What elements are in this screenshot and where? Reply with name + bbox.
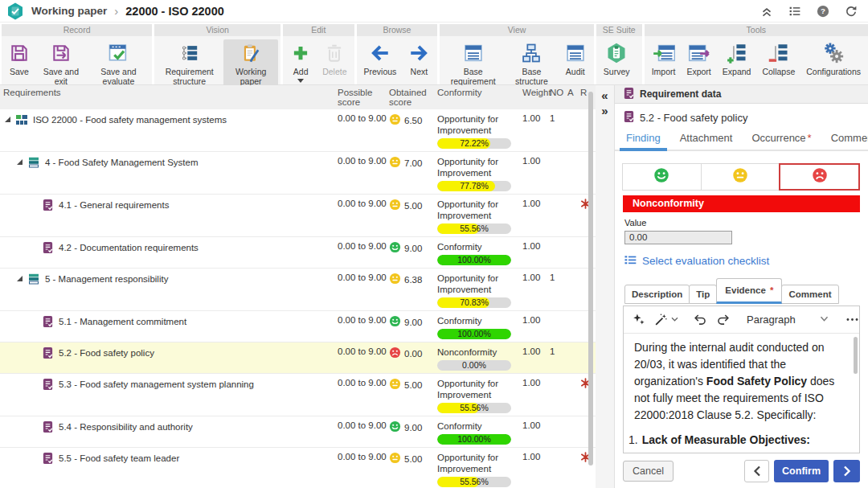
possible-score-cell: 0.00 to 9.00 <box>334 448 386 488</box>
table-row[interactable]: 4.2 - Documentation requirements0.00 to … <box>0 237 596 269</box>
save-button[interactable]: Save <box>4 39 35 78</box>
requirement-label: 5.2 - Food safety policy <box>59 347 154 359</box>
nonconformity-count-cell <box>547 416 564 448</box>
subtab-description[interactable]: Description <box>624 285 690 304</box>
audit-button[interactable]: Audit <box>559 39 592 78</box>
previous-button[interactable]: Previous <box>359 39 402 78</box>
refresh-icon[interactable] <box>844 4 858 18</box>
table-row[interactable]: 4.1 - General requirements0.00 to 9.005.… <box>0 195 596 237</box>
weight-cell: 1.00 <box>519 311 547 342</box>
save-and-exit-button[interactable]: Save and exit <box>36 39 86 88</box>
weight-cell: 1.00 <box>519 269 547 311</box>
table-row[interactable]: 5.1 - Management commitment0.00 to 9.009… <box>0 311 596 342</box>
nonconformity-count-cell: 1 <box>547 342 564 374</box>
collapse-panel-icon[interactable]: » <box>596 103 614 118</box>
table-row[interactable]: 5.4 - Responsibility and authority0.00 t… <box>0 416 596 448</box>
possible-score-cell: 0.00 to 9.00 <box>334 109 386 152</box>
table-row[interactable]: 5.2 - Food safety policy0.00 to 9.000.00… <box>0 342 596 374</box>
import-button[interactable]: Import <box>647 39 681 78</box>
editor-content[interactable]: During the internal audit conducted on 2… <box>624 334 859 452</box>
conformity-progress-bar: 70.83% <box>437 297 511 308</box>
possible-score-cell: 0.00 to 9.00 <box>334 311 386 342</box>
nonconformity-count-cell <box>547 374 564 416</box>
subtab-comment[interactable]: Comment <box>781 285 838 304</box>
editor-scrollbar-thumb[interactable] <box>854 337 858 374</box>
tab-comment[interactable]: Comment <box>831 132 868 150</box>
page-title: 22000 - ISO 22000 <box>125 5 224 18</box>
redo-icon[interactable] <box>715 312 731 327</box>
tab-attachment[interactable]: Attachment <box>680 132 733 150</box>
more-options-icon[interactable] <box>845 312 860 327</box>
ai-sparkles-icon[interactable] <box>631 312 646 327</box>
add-icon <box>290 42 311 64</box>
expander-icon[interactable] <box>17 276 23 281</box>
requirement-structure-button[interactable]: Requirement structure <box>157 39 222 88</box>
grid-scrollbar-thumb[interactable] <box>588 92 593 465</box>
app-logo-icon <box>6 2 24 20</box>
working-paper-icon <box>240 42 261 64</box>
undo-icon[interactable] <box>693 312 708 327</box>
action-cell <box>564 109 577 152</box>
doc-icon <box>42 347 54 359</box>
collapse-ribbon-icon[interactable] <box>760 4 774 18</box>
export-button[interactable]: Export <box>682 39 715 78</box>
conformity-progress-bar: 100.00% <box>437 329 511 339</box>
base-structure-button[interactable]: Base structure <box>506 39 558 88</box>
face-red-option[interactable] <box>779 163 860 191</box>
requirement-label: 5.1 - Management commitment <box>59 315 186 328</box>
base-req-icon <box>462 42 485 64</box>
help-icon[interactable]: ? <box>816 4 830 18</box>
delete-button[interactable]: Delete <box>317 39 351 78</box>
expander-icon[interactable] <box>5 117 10 122</box>
face-green-option[interactable] <box>622 163 702 191</box>
cancel-button[interactable]: Cancel <box>623 461 674 482</box>
table-row[interactable]: 5.3 - Food safety management system plan… <box>0 374 596 416</box>
value-input[interactable] <box>624 231 732 244</box>
panel-collapse-strip: « » <box>596 85 615 488</box>
add-button[interactable]: Add <box>285 39 316 84</box>
conformity-percent: 70.83% <box>437 297 511 308</box>
collapse-button[interactable]: Collapse <box>757 39 800 78</box>
requirement-label: 5.5 - Food safety team leader <box>59 452 179 465</box>
paragraph-style-dropdown[interactable]: Paragraph <box>745 314 830 326</box>
required-asterisk: * <box>768 285 774 295</box>
ribbon-group-label: Edit <box>283 24 354 36</box>
column-header-requirements: Requirements <box>0 85 334 109</box>
next-requirement-button[interactable] <box>833 460 860 482</box>
survey-button[interactable]: Survey <box>599 39 635 78</box>
breadcrumb-section[interactable]: Working paper <box>31 5 107 17</box>
possible-score-cell: 0.00 to 9.00 <box>334 195 386 237</box>
checklist-icon <box>624 254 637 269</box>
confirm-button[interactable]: Confirm <box>774 460 829 482</box>
expander-icon[interactable] <box>17 159 23 165</box>
face-red-icon <box>389 347 401 360</box>
chevron-right-icon <box>843 465 851 477</box>
table-row[interactable]: 5 - Management responsibility0.00 to 9.0… <box>0 269 596 311</box>
magic-wand-icon[interactable] <box>653 312 678 327</box>
face-yellow-option[interactable] <box>701 163 780 191</box>
previous-requirement-button[interactable] <box>744 460 769 482</box>
expand-icon <box>726 42 748 64</box>
conformity-cell: Conformity100.00% <box>434 311 519 342</box>
possible-score-cell: 0.00 to 9.00 <box>334 374 386 416</box>
subtab-tip[interactable]: Tip <box>689 285 717 304</box>
obtained-score-value: 6.38 <box>404 275 422 285</box>
conformity-percent: 100.00% <box>437 255 511 265</box>
working-paper-button[interactable]: Working paper <box>223 39 278 88</box>
tab-finding[interactable]: Finding <box>626 132 661 150</box>
select-evaluation-checklist-link[interactable]: Select evaluation checklist <box>624 254 858 269</box>
subtab-evidence[interactable]: Evidence * <box>716 278 782 304</box>
table-row[interactable]: 4 - Food Safety Management System0.00 to… <box>0 152 596 195</box>
list-icon[interactable] <box>788 4 802 18</box>
base-requirement-button[interactable]: Base requirement <box>442 39 504 88</box>
table-row[interactable]: ISO 22000 - Food safety management syste… <box>0 109 596 152</box>
requirement-doc-icon <box>623 110 635 125</box>
table-row[interactable]: 5.5 - Food safety team leader0.00 to 9.0… <box>0 448 596 488</box>
configurations-button[interactable]: Configurations <box>801 39 866 78</box>
weight-cell: 1.00 <box>519 237 547 269</box>
next-button[interactable]: Next <box>403 39 435 78</box>
expand-button[interactable]: Expand <box>718 39 756 78</box>
save-evaluate-icon <box>107 42 129 64</box>
expand-panel-icon[interactable]: « <box>596 88 614 103</box>
tab-occurrence[interactable]: Occurrence* <box>751 132 811 150</box>
